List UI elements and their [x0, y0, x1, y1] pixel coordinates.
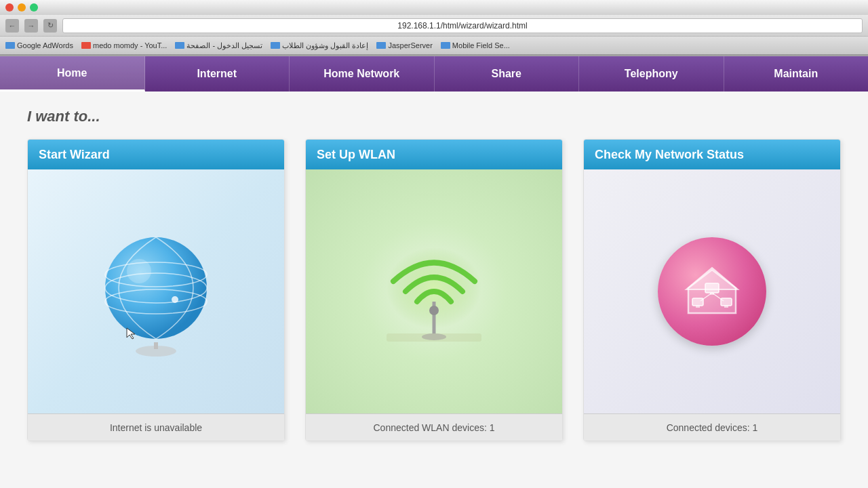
cards-container: Start Wizard	[27, 139, 841, 441]
network-circle	[658, 237, 766, 346]
nav-menu: Home Internet Home Network Share Telepho…	[0, 56, 868, 92]
browser-toolbar: ← → ↻ 192.168.1.1/html/wizard/wizard.htm…	[0, 15, 868, 37]
adwords-icon	[5, 42, 15, 49]
svg-rect-12	[387, 333, 481, 342]
nav-internet[interactable]: Internet	[145, 56, 290, 92]
bookmark-students[interactable]: إعادة القبول وشؤون الطلاب	[271, 41, 368, 50]
nav-share[interactable]: Share	[435, 56, 580, 92]
svg-rect-17	[692, 298, 703, 306]
svg-rect-18	[696, 306, 700, 308]
svg-rect-15	[705, 283, 719, 293]
card-header-wizard: Start Wizard	[28, 140, 284, 169]
browser-titlebar	[0, 0, 868, 15]
page-title: I want to...	[27, 108, 841, 125]
bookmark-mobile[interactable]: Mobile Field Se...	[441, 41, 510, 49]
bookmark-youtube[interactable]: medo momdy - YouT...	[81, 41, 167, 49]
card-footer-network: Connected devices: 1	[584, 413, 840, 441]
nav-telephony[interactable]: Telephony	[579, 56, 724, 92]
svg-rect-19	[721, 298, 732, 306]
bookmark-adwords[interactable]: Google AdWords	[5, 41, 73, 49]
card-body-wlan	[306, 169, 562, 413]
card-footer-wizard: Internet is unavailable	[28, 413, 284, 441]
address-bar[interactable]: 192.168.1.1/html/wizard/wizard.html	[62, 18, 863, 33]
maximize-btn[interactable]	[30, 3, 38, 12]
card-footer-wlan: Connected WLAN devices: 1	[306, 413, 562, 441]
svg-point-7	[172, 296, 178, 303]
card-body-network	[584, 169, 840, 413]
close-btn[interactable]	[5, 3, 14, 12]
minimize-btn[interactable]	[18, 3, 26, 12]
jasper-icon	[376, 42, 386, 49]
bookmark-jasper[interactable]: JasperServer	[376, 41, 432, 49]
page-content: Home Internet Home Network Share Telepho…	[0, 56, 868, 488]
bookmark-login[interactable]: تسجيل الدخول - الصفحة	[175, 41, 262, 50]
card-network-status[interactable]: Check My Network Status	[583, 139, 841, 441]
svg-point-2	[105, 237, 207, 339]
card-body-wizard	[28, 169, 284, 413]
wifi-icon	[366, 224, 502, 359]
bookmarks-bar: Google AdWords medo momdy - YouT... تسجي…	[0, 37, 868, 56]
nav-home[interactable]: Home	[0, 56, 145, 92]
network-icon	[651, 230, 773, 352]
svg-rect-20	[724, 306, 728, 308]
forward-button[interactable]: →	[24, 19, 38, 33]
reload-button[interactable]: ↻	[43, 19, 57, 33]
svg-point-6	[127, 259, 151, 283]
mobile-icon	[441, 42, 450, 49]
card-start-wizard[interactable]: Start Wizard	[27, 139, 285, 441]
nav-home-network[interactable]: Home Network	[290, 56, 435, 92]
youtube-icon	[81, 42, 91, 49]
login-icon	[175, 42, 184, 49]
card-header-network: Check My Network Status	[584, 140, 840, 169]
page-body: I want to... Start Wizard	[0, 92, 868, 488]
back-button[interactable]: ←	[5, 19, 19, 33]
card-setup-wlan[interactable]: Set Up WLAN	[305, 139, 563, 441]
nav-maintain[interactable]: Maintain	[724, 56, 869, 92]
globe-icon	[88, 224, 224, 359]
svg-point-11	[429, 306, 439, 315]
browser-chrome: ← → ↻ 192.168.1.1/html/wizard/wizard.htm…	[0, 0, 868, 56]
students-icon	[271, 42, 280, 49]
card-header-wlan: Set Up WLAN	[306, 140, 562, 169]
